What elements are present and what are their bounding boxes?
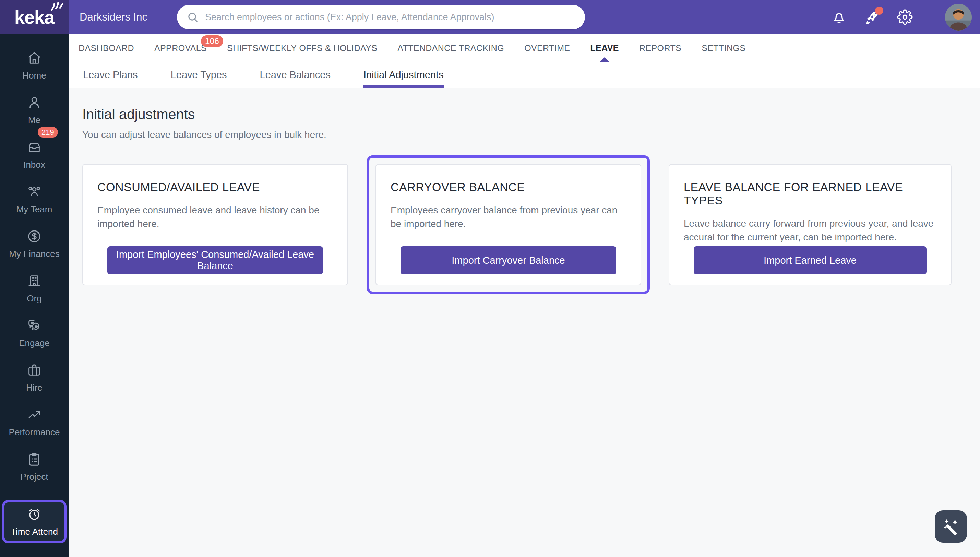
carryover-card-highlight: CARRYOVER BALANCE Employees carryover ba…: [367, 155, 650, 294]
page-title: Initial adjustments: [82, 106, 966, 122]
card-title: CARRYOVER BALANCE: [390, 181, 626, 194]
sidebar-item-label: Project: [21, 472, 48, 482]
main-area: DASHBOARD APPROVALS 106 SHIFTS/WEEKLY OF…: [68, 34, 980, 557]
nav-tab-settings[interactable]: SETTINGS: [702, 43, 746, 53]
card-title: CONSUMED/AVAILED LEAVE: [98, 181, 333, 194]
sidebar-item-org[interactable]: Org: [0, 266, 68, 311]
sidebar-item-performance[interactable]: Performance: [0, 400, 68, 445]
nav-tab-reports[interactable]: REPORTS: [639, 43, 681, 53]
company-name: Darksiders Inc: [80, 0, 148, 34]
subtab-leave-plans[interactable]: Leave Plans: [83, 62, 138, 88]
import-consumed-availed-button[interactable]: Import Employees' Consumed/Availed Leave…: [107, 246, 323, 274]
sidebar-item-me[interactable]: Me: [0, 88, 68, 132]
sidebar-item-label: Engage: [19, 338, 50, 349]
sidebar-item-my-team[interactable]: My Team: [0, 177, 68, 221]
card-carryover-balance: CARRYOVER BALANCE Employees carryover ba…: [375, 164, 641, 285]
approvals-badge: 106: [201, 35, 223, 47]
import-carryover-balance-button[interactable]: Import Carryover Balance: [400, 246, 616, 274]
subtab-leave-balances[interactable]: Leave Balances: [260, 62, 330, 88]
magic-wand-icon: [941, 516, 961, 536]
notifications-bell-icon[interactable]: [831, 9, 847, 25]
card-description: Leave balance carry forward from previou…: [684, 217, 936, 244]
assistant-wand-button[interactable]: [935, 510, 967, 542]
clipboard-icon: [26, 451, 42, 467]
whats-new-rocket-icon[interactable]: [863, 8, 881, 26]
card-consumed-availed-leave: CONSUMED/AVAILED LEAVE Employee consumed…: [82, 164, 348, 285]
module-nav: DASHBOARD APPROVALS 106 SHIFTS/WEEKLY OF…: [68, 34, 980, 62]
card-description: Employees carryover balance from previou…: [390, 204, 626, 231]
sidebar-item-time-attend[interactable]: Time Attend: [5, 502, 64, 541]
sidebar-item-label: Time Attend: [11, 526, 58, 537]
logo-spark-icon: [49, 0, 65, 11]
nav-tab-label: APPROVALS: [154, 43, 207, 53]
sidebar-item-label: Hire: [26, 383, 42, 393]
sidebar-item-label: Performance: [9, 427, 60, 438]
nav-tab-overtime[interactable]: OVERTIME: [524, 43, 570, 53]
sidebar-item-inbox[interactable]: 219 Inbox: [0, 132, 68, 177]
subtab-initial-adjustments[interactable]: Initial Adjustments: [364, 62, 444, 88]
topbar: keka Darksiders Inc: [0, 0, 980, 34]
card-title: LEAVE BALANCE FOR EARNED LEAVE TYPES: [684, 181, 936, 207]
sidebar-item-home[interactable]: Home: [0, 43, 68, 88]
nav-tab-dashboard[interactable]: DASHBOARD: [78, 43, 134, 53]
dollar-circle-icon: [26, 228, 42, 244]
home-icon: [26, 50, 42, 66]
alarm-clock-icon: [26, 506, 42, 522]
card-description: Employee consumed leave and leave histor…: [98, 204, 333, 231]
team-icon: [26, 184, 42, 200]
sidebar-item-engage[interactable]: Engage: [0, 311, 68, 355]
sidebar-item-label: My Team: [16, 204, 52, 215]
leave-subnav: Leave Plans Leave Types Leave Balances I…: [68, 62, 980, 88]
topbar-divider: [928, 10, 929, 24]
chat-bubbles-icon: [26, 318, 42, 333]
sidebar-item-label: Inbox: [23, 160, 45, 170]
time-attend-active-highlight: Time Attend: [2, 500, 67, 543]
card-earned-leave-balance: LEAVE BALANCE FOR EARNED LEAVE TYPES Lea…: [669, 164, 952, 285]
notification-dot: [875, 7, 883, 15]
sidebar-item-label: Org: [27, 293, 42, 304]
search-icon: [187, 11, 199, 23]
nav-tab-label: LEAVE: [590, 43, 619, 53]
inbox-badge: 219: [38, 127, 58, 138]
subtab-leave-types[interactable]: Leave Types: [171, 62, 227, 88]
trending-up-icon: [26, 407, 42, 423]
content-area: Initial adjustments You can adjust leave…: [68, 88, 980, 294]
inbox-icon: [26, 139, 42, 155]
nav-tab-attendance-tracking[interactable]: ATTENDANCE TRACKING: [397, 43, 504, 53]
sidebar-item-label: Me: [28, 115, 41, 125]
nav-tab-leave[interactable]: LEAVE: [590, 43, 619, 53]
user-icon: [26, 94, 42, 111]
nav-tab-approvals[interactable]: APPROVALS 106: [154, 43, 207, 53]
sidebar-item-project[interactable]: Project: [0, 445, 68, 489]
nav-tab-shifts[interactable]: SHIFTS/WEEKLY OFFS & HOLIDAYS: [227, 43, 377, 53]
search-input[interactable]: [205, 12, 575, 23]
active-tab-indicator: [599, 57, 610, 62]
sidebar-item-label: My Finances: [9, 249, 59, 259]
import-earned-leave-button[interactable]: Import Earned Leave: [694, 246, 926, 274]
building-icon: [26, 273, 42, 289]
keka-logo-text: keka: [15, 8, 54, 26]
sidebar: Home Me 219 Inbox My Team My Finances Or…: [0, 34, 68, 557]
page-subtitle: You can adjust leave balances of employe…: [82, 129, 966, 140]
settings-gear-icon[interactable]: [897, 9, 913, 25]
user-avatar[interactable]: [945, 4, 972, 31]
briefcase-icon: [26, 362, 42, 378]
sidebar-item-label: Home: [22, 70, 46, 81]
keka-logo[interactable]: keka: [0, 0, 68, 34]
import-cards-row: CONSUMED/AVAILED LEAVE Employee consumed…: [82, 155, 966, 294]
sidebar-item-my-finances[interactable]: My Finances: [0, 221, 68, 266]
sidebar-item-hire[interactable]: Hire: [0, 355, 68, 400]
global-search[interactable]: [177, 5, 585, 29]
